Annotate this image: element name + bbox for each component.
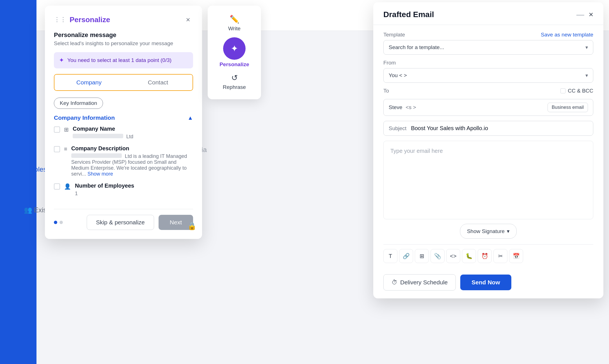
tab-contact[interactable]: Contact [123,75,193,90]
float-panel: ✏️ Write ✦ Personalize ↺ Rephrase [208,6,261,99]
email-placeholder: Type your email here [390,148,443,154]
personalize-circle: ✦ [223,37,246,60]
toolbar-cut-button[interactable]: ✂ [493,249,507,263]
info-text: You need to select at least 1 data point… [67,57,171,63]
subject-value: Boost Your Sales with Apollo.io [411,125,488,132]
personalize-circle-label: Personalize [219,61,249,68]
close-email-panel-button[interactable]: × [589,10,593,19]
cut-icon: ✂ [498,253,503,259]
modal-header: ⋮⋮ Personalize × [54,15,193,25]
show-signature-chevron-icon: ▾ [507,228,510,234]
show-signature-label: Show Signature [467,228,505,234]
dot-1 [54,221,57,224]
toolbar-time-button[interactable]: ⏰ [478,249,492,263]
drag-icon: ⋮⋮ [54,16,66,23]
employees-label: Number of Employees [75,183,193,189]
to-email: <s > [406,104,416,110]
cc-bcc-label: CC & BCC [568,88,593,94]
subject-row[interactable]: Subject Boost Your Sales with Apollo.io [383,121,593,136]
email-panel-footer: ⏱ Delivery Schedule Send Now [373,274,603,298]
employees-icon: 👤 [64,183,71,190]
email-body-area[interactable]: Type your email here [383,141,593,219]
personalize-modal: ⋮⋮ Personalize × Personalize message Sel… [45,6,202,239]
attach-icon: 📎 [434,253,441,259]
email-panel-header: Drafted Email — × [373,2,603,25]
company-name-icon: ⊞ [64,126,69,133]
sidebar [0,0,36,364]
company-section-header: Company Information ▲ [54,114,193,121]
link-icon: 🔗 [403,253,410,259]
personalize-panel-item[interactable]: ✦ Personalize [213,37,255,68]
dot-indicators [54,221,63,224]
personalize-circle-icon: ✦ [231,43,238,54]
from-label: From [383,60,396,66]
personalize-subtitle: Personalize message [54,31,193,39]
from-chevron-icon: ▾ [585,72,588,79]
clock-icon: ⏱ [392,279,397,286]
write-panel-item[interactable]: ✏️ Write [213,11,255,35]
show-more-link[interactable]: Show more [88,171,113,177]
toolbar-calendar-button[interactable]: 📅 [509,249,523,263]
close-modal-button[interactable]: × [183,15,193,25]
cc-bcc-checkbox[interactable] [560,88,566,93]
toolbar-bold-button[interactable]: T [383,249,397,263]
image-icon: ⊞ [420,253,424,259]
template-select[interactable]: Search for a template... ▾ [383,40,593,55]
to-field[interactable]: Steve <s > Business email [383,99,593,116]
template-placeholder: Search for a template... [389,44,444,50]
info-banner: ✦ You need to select at least 1 data poi… [54,52,193,68]
from-value: You < > [389,72,407,79]
rephrase-icon: ↺ [231,73,238,82]
to-field-row: Steve <s > Business email [383,99,593,116]
company-desc-label: Company Description [71,145,193,152]
toolbar-attach-button[interactable]: 📎 [431,249,445,263]
employees-item: 👤 Number of Employees 1 [54,183,193,197]
delivery-schedule-label: Delivery Schedule [400,279,448,286]
email-panel: Drafted Email — × Template Save as new t… [373,2,603,298]
write-label: Write [228,26,241,32]
info-icon: ✦ [59,57,64,64]
lock-icon: 🔒 [187,222,196,231]
show-signature-button[interactable]: Show Signature ▾ [460,224,517,239]
modal-title: Personalize [70,15,110,24]
template-row: Template Save as new template Search for… [383,32,593,55]
company-desc-icon: ≡ [64,146,67,152]
company-section-title: Company Information [54,114,115,121]
email-panel-title: Drafted Email [383,10,434,19]
company-desc-item: ≡ Company Description Ltd is a leading I… [54,145,193,177]
template-chevron-icon: ▾ [585,44,588,50]
company-desc-value: Ltd is a leading IT Managed Services Pro… [71,153,193,177]
company-desc-checkbox[interactable] [54,146,60,152]
company-name-checkbox[interactable] [54,126,60,133]
blurred-value [73,134,123,138]
employees-checkbox[interactable] [54,183,60,190]
skip-personalize-button[interactable]: Skip & personalize [87,215,154,230]
company-name-text: Ltd [126,134,133,139]
to-name: Steve [389,104,402,110]
toolbar-image-button[interactable]: ⊞ [415,249,429,263]
rephrase-label: Rephrase [223,84,246,90]
time-icon: ⏰ [481,253,488,259]
tab-switcher: Company Contact [54,74,193,91]
email-panel-body: Template Save as new template Search for… [373,25,603,274]
rephrase-panel-item[interactable]: ↺ Rephrase [213,70,255,94]
from-field[interactable]: You < > ▾ [383,68,593,83]
company-name-item: ⊞ Company Name Ltd [54,126,193,140]
section-toggle-icon[interactable]: ▲ [187,115,193,121]
scroll-area[interactable]: Company Information ▲ ⊞ Company Name Ltd… [54,114,193,202]
delivery-schedule-button[interactable]: ⏱ Delivery Schedule [383,274,456,291]
business-email-badge: Business email [548,103,588,112]
calendar-icon: 📅 [513,253,520,259]
toolbar-code-button[interactable]: <> [446,249,460,263]
minimize-button[interactable]: — [576,11,584,19]
to-header-row: To CC & BCC [383,88,593,94]
toolbar-link-button[interactable]: 🔗 [399,249,413,263]
send-now-button[interactable]: Send Now [460,275,511,290]
key-information-badge[interactable]: Key Information [54,98,103,109]
from-row: From You < > ▾ [383,60,593,83]
toolbar-bug-button[interactable]: 🐛 [462,249,476,263]
to-label: To [383,88,389,94]
bug-icon: 🐛 [466,253,473,259]
save-template-link[interactable]: Save as new template [541,32,593,38]
tab-company[interactable]: Company [54,75,123,90]
